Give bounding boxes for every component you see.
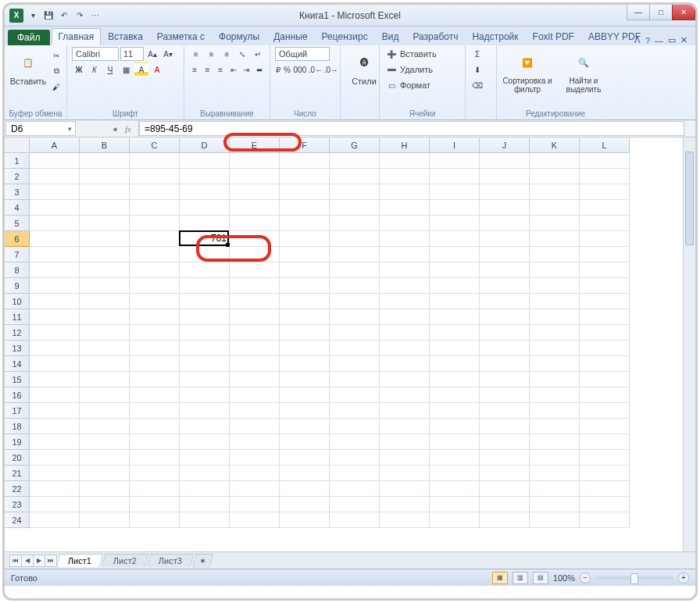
insert-cells-button[interactable]: Вставить <box>400 49 437 59</box>
cell-C20[interactable] <box>130 450 180 466</box>
file-tab[interactable]: Файл <box>8 30 50 45</box>
row-header-6[interactable]: 6 <box>5 231 30 247</box>
format-cells-button[interactable]: Формат <box>400 80 430 90</box>
cell-A10[interactable] <box>30 294 80 309</box>
cell-D16[interactable] <box>180 387 230 403</box>
indent-less-icon[interactable]: ⇤ <box>228 62 240 77</box>
cell-D13[interactable] <box>180 341 230 356</box>
row-header-22[interactable]: 22 <box>5 481 30 497</box>
cell-C14[interactable] <box>130 356 180 372</box>
cell-J13[interactable] <box>480 341 530 356</box>
cell-E10[interactable] <box>230 294 280 309</box>
cell-B24[interactable] <box>80 512 130 528</box>
cell-L14[interactable] <box>580 356 630 372</box>
cell-A17[interactable] <box>30 403 80 419</box>
cell-K15[interactable] <box>530 372 580 387</box>
sheet-nav-last[interactable]: ⏭ <box>45 555 57 567</box>
cell-F3[interactable] <box>280 184 330 200</box>
cell-E15[interactable] <box>230 372 280 387</box>
cell-J18[interactable] <box>480 419 530 434</box>
cell-C15[interactable] <box>130 372 180 387</box>
cell-C5[interactable] <box>130 216 180 231</box>
sheet-nav-prev[interactable]: ◀ <box>21 555 34 567</box>
cell-B18[interactable] <box>80 419 130 434</box>
cell-K22[interactable] <box>530 481 580 497</box>
row-header-21[interactable]: 21 <box>5 466 30 481</box>
cell-K23[interactable] <box>530 497 580 512</box>
cell-C19[interactable] <box>130 434 180 450</box>
cell-J20[interactable] <box>480 450 530 466</box>
row-header-10[interactable]: 10 <box>5 294 30 309</box>
tab-review[interactable]: Рецензирс <box>315 28 375 45</box>
zoom-in-button[interactable]: + <box>678 573 689 583</box>
delete-cells-button[interactable]: Удалить <box>400 65 433 74</box>
cell-K8[interactable] <box>530 262 580 278</box>
cell-L12[interactable] <box>580 325 630 341</box>
undo-icon[interactable]: ↶ <box>58 9 70 22</box>
cell-H2[interactable] <box>380 169 430 184</box>
cell-E13[interactable] <box>230 341 280 356</box>
cell-I10[interactable] <box>430 294 480 309</box>
cell-B10[interactable] <box>80 294 130 309</box>
cell-H22[interactable] <box>380 481 430 497</box>
format-cells-icon[interactable]: ▭ <box>384 78 398 92</box>
cell-E6[interactable] <box>230 231 280 247</box>
inc-decimal-icon[interactable]: .0← <box>309 62 323 77</box>
delete-cells-icon[interactable]: ➖ <box>384 62 398 77</box>
cell-I6[interactable] <box>430 231 480 247</box>
cell-E16[interactable] <box>230 387 280 403</box>
row-header-23[interactable]: 23 <box>5 497 30 512</box>
autosum-icon[interactable]: Σ <box>470 47 484 61</box>
cell-A19[interactable] <box>30 434 80 450</box>
cell-D21[interactable] <box>180 466 230 481</box>
cell-L21[interactable] <box>580 466 630 481</box>
cell-B6[interactable] <box>80 231 130 247</box>
cell-A11[interactable] <box>30 309 80 325</box>
italic-button[interactable]: К <box>88 62 102 77</box>
cell-G14[interactable] <box>330 356 380 372</box>
align-top-icon[interactable]: ≡ <box>189 47 203 61</box>
find-select-button[interactable]: 🔍 Найти и выделить <box>558 47 609 94</box>
name-box[interactable]: D6 <box>5 121 76 136</box>
wrap-text-icon[interactable]: ↵ <box>251 47 265 61</box>
cell-K3[interactable] <box>530 184 580 200</box>
align-middle-icon[interactable]: ≡ <box>205 47 219 61</box>
clear-icon[interactable]: ⌫ <box>470 78 484 92</box>
row-header-12[interactable]: 12 <box>5 325 30 341</box>
cell-D1[interactable] <box>180 153 230 169</box>
cell-G4[interactable] <box>330 200 380 216</box>
page-break-view-button[interactable]: ▤ <box>533 572 548 584</box>
cell-L3[interactable] <box>580 184 630 200</box>
shrink-font-icon[interactable]: A▾ <box>161 47 175 61</box>
cell-J3[interactable] <box>480 184 530 200</box>
cell-A21[interactable] <box>30 466 80 481</box>
cell-F17[interactable] <box>280 403 330 419</box>
cell-D6[interactable]: 781 <box>180 231 230 247</box>
cell-J9[interactable] <box>480 278 530 294</box>
row-header-19[interactable]: 19 <box>5 434 30 450</box>
row-headers[interactable]: 123456789101112131415161718192021222324 <box>5 153 30 528</box>
cell-J8[interactable] <box>480 262 530 278</box>
cell-D4[interactable] <box>180 200 230 216</box>
cell-H8[interactable] <box>380 262 430 278</box>
percent-icon[interactable]: % <box>283 62 291 77</box>
cell-L2[interactable] <box>580 169 630 184</box>
cell-D22[interactable] <box>180 481 230 497</box>
col-header-B[interactable]: B <box>80 137 130 153</box>
cell-I7[interactable] <box>430 247 480 262</box>
cell-G24[interactable] <box>330 512 380 528</box>
cell-K4[interactable] <box>530 200 580 216</box>
qat-more-icon[interactable]: ⋯ <box>89 9 102 22</box>
cell-K18[interactable] <box>530 419 580 434</box>
cell-J12[interactable] <box>480 325 530 341</box>
column-headers[interactable]: ABCDEFGHIJKL <box>30 137 630 153</box>
cell-J11[interactable] <box>480 309 530 325</box>
cell-G9[interactable] <box>330 278 380 294</box>
align-right-icon[interactable]: ≡ <box>215 62 227 77</box>
row-header-16[interactable]: 16 <box>5 387 30 403</box>
cell-L11[interactable] <box>580 309 630 325</box>
font-name-combo[interactable]: Calibri <box>72 47 119 61</box>
cell-K17[interactable] <box>530 403 580 419</box>
cell-L20[interactable] <box>580 450 630 466</box>
row-header-11[interactable]: 11 <box>5 309 30 325</box>
